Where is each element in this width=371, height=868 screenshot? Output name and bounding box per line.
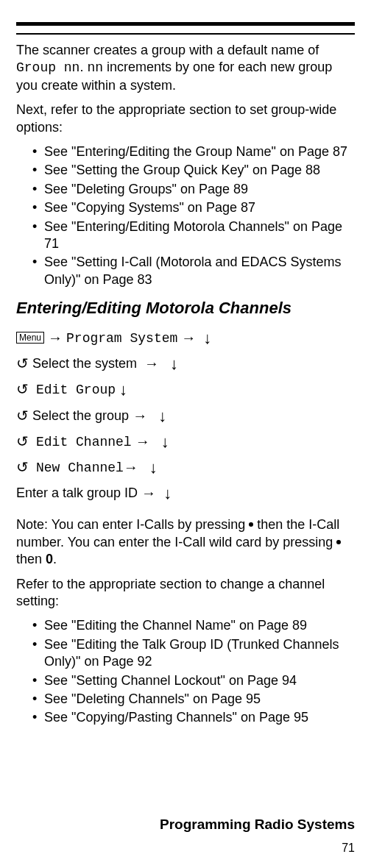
list-item: See "Deleting Groups" on Page 89 — [32, 181, 355, 198]
nav-new-channel: New Channel — [36, 460, 124, 475]
section-heading: Entering/Editing Motorola Channels — [16, 299, 355, 318]
intro-mono-1: Group nn — [16, 60, 80, 75]
list-item: See "Deleting Channels" on Page 95 — [32, 691, 355, 708]
arrow-right-icon: → — [48, 330, 63, 346]
nav-line-6: ↺ New Channel→ ↓ — [16, 455, 355, 480]
rotate-icon: ↺ — [16, 381, 29, 397]
arrow-right-icon: → — [141, 485, 156, 501]
bullet-list-1: See "Entering/Editing the Group Name" on… — [16, 143, 355, 288]
nav-line-4: ↺ Select the group → ↓ — [16, 403, 355, 429]
arrow-down-icon: ↓ — [163, 484, 172, 502]
rotate-icon: ↺ — [16, 459, 29, 475]
intro-text-a: The scanner creates a group with a defau… — [16, 43, 319, 57]
nav-select-group: Select the group — [32, 408, 129, 423]
menu-button-icon: Menu — [16, 332, 44, 344]
intro-mono-2: nn — [87, 60, 103, 75]
note-text-a: Note: You can enter I-Calls by pressing — [16, 517, 249, 532]
list-item: See "Editing the Channel Name" on Page 8… — [32, 617, 355, 634]
nav-line-3: ↺ Edit Group ↓ — [16, 377, 355, 402]
dot-icon — [336, 540, 341, 544]
arrow-down-icon: ↓ — [119, 380, 127, 399]
list-item: See "Setting the Group Quick Key" on Pag… — [32, 162, 355, 179]
nav-line-7: Enter a talk group ID → ↓ — [16, 480, 355, 506]
nav-program-system: Program System — [66, 331, 177, 346]
note-text-c: then — [16, 552, 46, 566]
page-container: The scanner creates a group with a defau… — [0, 0, 371, 868]
refer-paragraph: Refer to the appropriate section to chan… — [16, 576, 355, 611]
nav-line-5: ↺ Edit Channel → ↓ — [16, 429, 355, 455]
list-item: See "Entering/Editing the Group Name" on… — [32, 143, 355, 160]
nav-line-2: ↺ Select the system → ↓ — [16, 351, 355, 377]
note-paragraph: Note: You can enter I-Calls by pressing … — [16, 516, 355, 568]
arrow-right-icon: → — [124, 459, 138, 475]
list-item: See "Entering/Editing Motorola Channels"… — [32, 218, 355, 253]
note-text-d: . — [53, 552, 57, 566]
top-rule-thin — [16, 33, 355, 35]
nav-edit-channel: Edit Channel — [36, 435, 132, 449]
note-zero: 0 — [46, 552, 53, 566]
arrow-right-icon: → — [181, 330, 196, 346]
intro-text-b: . — [80, 60, 87, 74]
rotate-icon: ↺ — [16, 408, 29, 424]
list-item: See "Copying Systems" on Page 87 — [32, 199, 355, 216]
rotate-icon: ↺ — [16, 433, 29, 449]
bullet-list-2: See "Editing the Channel Name" on Page 8… — [16, 617, 355, 726]
arrow-down-icon: ↓ — [203, 329, 211, 347]
nav-line-1: Menu → Program System → ↓ — [16, 325, 355, 351]
page-number: 71 — [342, 842, 355, 855]
arrow-down-icon: ↓ — [161, 433, 169, 451]
list-item: See "Editing the Talk Group ID (Trunked … — [32, 636, 355, 671]
top-rule-thick — [16, 22, 355, 26]
arrow-right-icon: → — [144, 355, 159, 371]
footer-title: Programming Radio Systems — [160, 817, 355, 833]
list-item: See "Setting I-Call (Motorola and EDACS … — [32, 254, 355, 288]
list-item: See "Setting Channel Lockout" on Page 94 — [32, 672, 355, 689]
nav-enter-tgid: Enter a talk group ID — [16, 485, 138, 500]
arrow-right-icon: → — [135, 433, 150, 449]
nav-edit-group: Edit Group — [36, 383, 116, 397]
intro-paragraph-1: The scanner creates a group with a defau… — [16, 42, 355, 94]
arrow-down-icon: ↓ — [149, 458, 158, 477]
list-item: See "Copying/Pasting Channels" on Page 9… — [32, 709, 355, 726]
arrow-down-icon: ↓ — [158, 407, 166, 425]
rotate-icon: ↺ — [16, 355, 29, 371]
nav-select-system: Select the system — [32, 356, 137, 371]
intro-paragraph-2: Next, refer to the appropriate section t… — [16, 102, 355, 136]
arrow-down-icon: ↓ — [170, 355, 178, 373]
arrow-right-icon: → — [132, 408, 147, 424]
